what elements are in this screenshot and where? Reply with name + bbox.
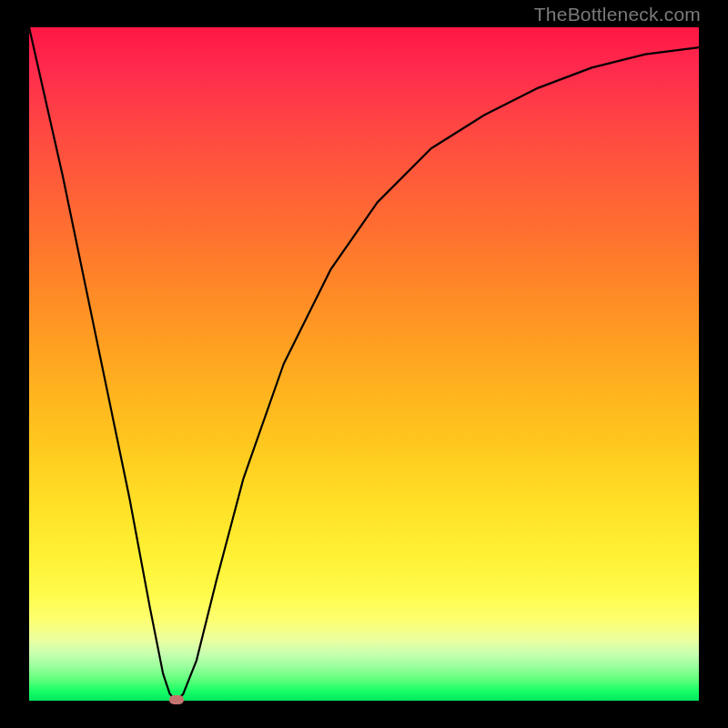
watermark-text: TheBottleneck.com (534, 4, 701, 25)
plot-area (29, 27, 699, 701)
chart-frame: TheBottleneck.com (0, 0, 728, 728)
bottleneck-curve-path (29, 27, 699, 701)
curve-svg (29, 27, 699, 701)
minimum-marker (169, 695, 184, 704)
